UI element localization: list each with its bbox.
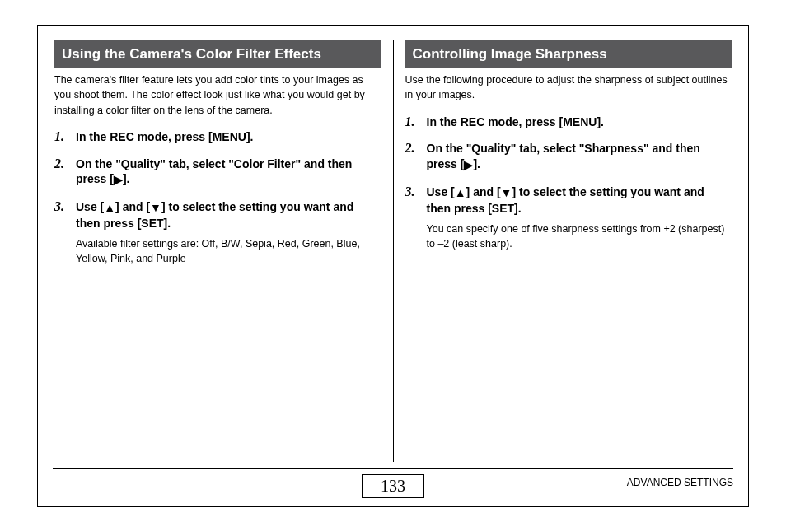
step-text-pre: Use [	[76, 200, 104, 213]
page-footer: 133 ADVANCED SETTINGS	[53, 468, 733, 498]
step-1: In the REC mode, press [MENU].	[54, 129, 381, 145]
step-text-mid: ] and [	[466, 185, 501, 198]
steps-list: In the REC mode, press [MENU]. On the "Q…	[54, 129, 381, 267]
section-heading-color-filter: Using the Camera's Color Filter Effects	[54, 40, 381, 68]
footer-row: 133 ADVANCED SETTINGS	[53, 474, 733, 498]
triangle-right-icon: ▶	[464, 157, 473, 173]
steps-list: In the REC mode, press [MENU]. On the "Q…	[405, 114, 732, 252]
step-text-pre: Use [	[427, 185, 455, 198]
triangle-up-icon: ▲	[104, 200, 115, 216]
right-column: Controlling Image Sharpness Use the foll…	[394, 40, 734, 462]
step-3: Use [▲] and [▼] to select the setting yo…	[405, 184, 732, 251]
step-text-post: ].	[473, 157, 480, 170]
step-subtext: Available filter settings are: Off, B/W,…	[76, 236, 381, 266]
page-number: 133	[362, 474, 424, 498]
intro-text: Use the following procedure to adjust th…	[405, 72, 732, 102]
content-area: Using the Camera's Color Filter Effects …	[53, 40, 733, 462]
triangle-down-icon: ▼	[501, 185, 512, 201]
section-heading-sharpness: Controlling Image Sharpness	[405, 40, 732, 68]
page-frame: Using the Camera's Color Filter Effects …	[37, 25, 749, 507]
step-text: In the REC mode, press [MENU].	[76, 130, 253, 143]
step-3: Use [▲] and [▼] to select the setting yo…	[54, 199, 381, 266]
left-column: Using the Camera's Color Filter Effects …	[53, 40, 393, 462]
intro-text: The camera's filter feature lets you add…	[54, 72, 381, 117]
footer-rule	[53, 468, 733, 469]
step-text-mid: ] and [	[115, 200, 150, 213]
step-subtext: You can specify one of five sharpness se…	[427, 222, 732, 251]
step-2: On the "Quality" tab, select "Sharpness"…	[405, 141, 732, 173]
triangle-up-icon: ▲	[455, 185, 466, 201]
step-1: In the REC mode, press [MENU].	[405, 114, 732, 130]
footer-section-label: ADVANCED SETTINGS	[627, 477, 733, 488]
step-2: On the "Quality" tab, select "Color Filt…	[54, 156, 381, 189]
step-text: In the REC mode, press [MENU].	[427, 115, 604, 128]
triangle-down-icon: ▼	[150, 200, 161, 216]
triangle-right-icon: ▶	[114, 172, 123, 188]
step-text-post: ].	[123, 172, 130, 185]
